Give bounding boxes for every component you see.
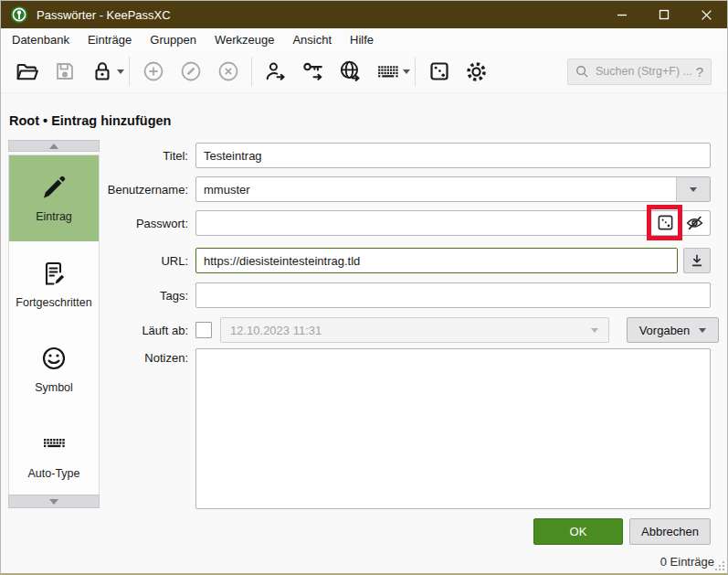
autotype-dropdown-caret[interactable] (403, 69, 410, 74)
ok-button[interactable]: OK (533, 518, 623, 545)
password-field (195, 210, 711, 236)
presets-button-label: Vorgaben (639, 324, 691, 337)
lock-dropdown-caret[interactable] (117, 69, 124, 74)
password-input[interactable] (196, 211, 653, 235)
notizen-label: Notizen: (5, 348, 188, 365)
toolbar-separator (251, 57, 252, 86)
password-generator-toggle[interactable] (653, 211, 677, 233)
copy-password-button[interactable] (294, 55, 332, 88)
open-database-button[interactable] (8, 55, 46, 88)
password-visibility-toggle[interactable] (682, 211, 706, 233)
save-database-button (46, 55, 83, 88)
breadcrumb: Root • Eintrag hinzufügen (9, 113, 171, 128)
download-icon (690, 253, 704, 268)
cancel-button-label: Abbrechen (641, 525, 699, 538)
autotype-button[interactable] (369, 55, 406, 88)
menu-eintraege[interactable]: Einträge (79, 30, 141, 49)
chevron-down-icon (699, 328, 706, 333)
title-input[interactable] (195, 143, 711, 168)
expires-date-field (220, 317, 609, 343)
eye-slash-icon (685, 213, 704, 232)
username-combo (195, 176, 711, 202)
resize-grip[interactable] (714, 560, 725, 571)
titel-label: Titel: (5, 149, 188, 163)
menu-bar: Datenbank Einträge Gruppen Werkzeuge Ans… (1, 28, 727, 50)
title-bar: Passwörter - KeePassXC (1, 1, 727, 28)
toolbar-separator (415, 57, 416, 86)
search-box: ? (567, 59, 712, 85)
cancel-button[interactable]: Abbrechen (629, 518, 711, 545)
copy-username-button[interactable] (257, 55, 294, 88)
expires-checkbox[interactable] (195, 322, 212, 338)
username-dropdown-button[interactable] (676, 177, 710, 201)
fetch-favicon-button[interactable] (683, 248, 711, 273)
dice-icon (657, 214, 674, 231)
benutzername-label: Benutzername: (5, 183, 188, 197)
maximize-button[interactable] (643, 1, 685, 28)
notes-textarea[interactable] (195, 348, 711, 509)
url-input[interactable] (195, 248, 678, 273)
keepassxc-window: Passwörter - KeePassXC Datenbank Einträg… (0, 0, 728, 575)
menu-gruppen[interactable]: Gruppen (141, 30, 206, 49)
toolbar: ? (1, 50, 727, 93)
chevron-down-icon (591, 328, 598, 333)
window-title: Passwörter - KeePassXC (37, 8, 171, 22)
url-label: URL: (5, 254, 188, 268)
menu-werkzeuge[interactable]: Werkzeuge (206, 30, 284, 49)
close-button[interactable] (685, 1, 727, 28)
search-help-icon[interactable]: ? (696, 64, 703, 80)
expires-date-input (221, 324, 581, 337)
copy-url-button[interactable] (332, 55, 369, 88)
expires-date-dropdown (581, 318, 608, 342)
toolbar-separator (129, 57, 130, 86)
username-input[interactable] (196, 177, 676, 201)
entry-count: 0 Einträge (660, 555, 714, 569)
search-icon (575, 65, 589, 79)
delete-entry-button (209, 55, 247, 88)
passwort-label: Passwort: (5, 217, 188, 230)
chevron-down-icon (690, 187, 697, 192)
search-input[interactable] (596, 65, 692, 78)
menu-hilfe[interactable]: Hilfe (341, 30, 383, 49)
laeuft-ab-label: Läuft ab: (5, 324, 188, 337)
status-bar: 0 Einträge (1, 550, 727, 573)
tags-input[interactable] (195, 282, 711, 308)
minimize-button[interactable] (601, 1, 643, 28)
keepassxc-logo-icon (10, 5, 28, 24)
tags-label: Tags: (5, 289, 188, 303)
edit-entry-button (172, 55, 209, 88)
password-generator-button[interactable] (420, 55, 458, 88)
menu-ansicht[interactable]: Ansicht (283, 30, 341, 49)
lock-database-button[interactable] (83, 55, 121, 88)
settings-button[interactable] (458, 55, 495, 88)
add-entry-button (134, 55, 172, 88)
ok-button-label: OK (570, 525, 587, 538)
presets-button[interactable]: Vorgaben (627, 317, 719, 343)
menu-datenbank[interactable]: Datenbank (3, 30, 79, 49)
